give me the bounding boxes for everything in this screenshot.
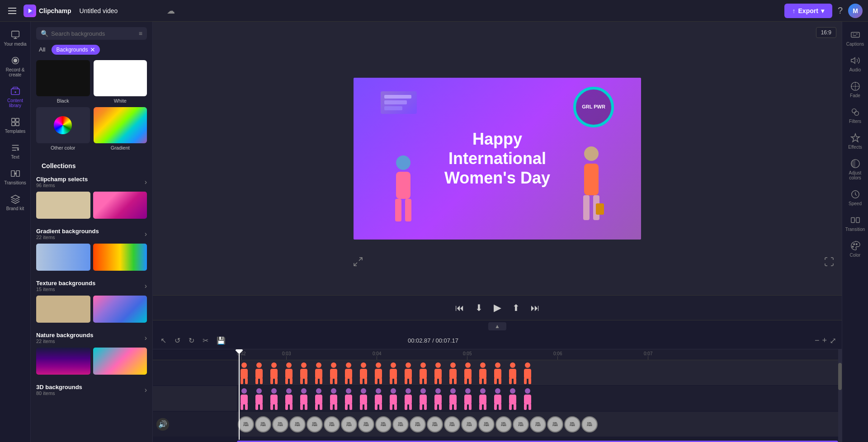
grl-badge[interactable]: GRLPWR (530, 416, 546, 433)
thumb-gradient-2[interactable] (93, 244, 147, 271)
fullscreen-icon[interactable] (824, 256, 835, 269)
aspect-ratio-button[interactable]: 16:9 (816, 27, 836, 38)
cloud-icon[interactable]: ☁ (167, 6, 175, 16)
grl-badge[interactable]: GRLPWR (427, 416, 443, 433)
scrollbar-thumb[interactable] (838, 363, 842, 390)
undo-button[interactable]: ↺ (172, 335, 183, 346)
grl-badge[interactable]: GRLPWR (272, 416, 288, 433)
grl-badge[interactable]: GRLPWR (410, 416, 426, 433)
zoom-in-button[interactable]: + (822, 336, 827, 345)
playhead[interactable] (239, 349, 240, 440)
frame-forward-button[interactable]: ⬆ (510, 301, 522, 315)
other-color-swatch[interactable] (36, 107, 90, 143)
black-swatch[interactable] (36, 60, 90, 96)
search-input[interactable] (51, 30, 136, 37)
topbar-right: ↑ Export ▾ ? M (784, 4, 863, 18)
sidebar-item-record-create[interactable]: Record & create (0, 51, 30, 82)
grl-badge[interactable]: GRLPWR (324, 416, 340, 433)
grl-badge[interactable]: GRLPWR (289, 416, 306, 433)
filter-icon[interactable]: ≡ (139, 30, 142, 37)
filter-all-button[interactable]: All (36, 44, 48, 55)
sidebar-item-templates[interactable]: Templates (0, 113, 30, 138)
right-sidebar-color[interactable]: Color (842, 237, 868, 261)
timeline-expand-button[interactable]: ▲ (488, 322, 506, 330)
frame-back-button[interactable]: ⬇ (473, 301, 485, 315)
sidebar-item-transitions[interactable]: Transitions (0, 164, 30, 190)
save-button[interactable]: 💾 (214, 335, 228, 346)
right-sidebar-captions[interactable]: Captions (842, 26, 868, 50)
grl-badge[interactable]: GRLPWR (495, 416, 512, 433)
svg-rect-66 (405, 369, 412, 379)
collection-header-gradient[interactable]: Gradient backgrounds 22 items › (36, 224, 147, 244)
thumb-gradient-1[interactable] (36, 244, 90, 271)
play-button[interactable]: ▶ (492, 300, 503, 315)
right-sidebar-transition[interactable]: Transition (842, 212, 868, 235)
gradient-swatch[interactable] (94, 107, 147, 143)
color-option-other[interactable]: Other color (36, 107, 90, 150)
grl-badge[interactable]: GRLPWR (341, 416, 357, 433)
thumb-nature-1[interactable] (36, 348, 90, 375)
grl-badge[interactable]: GRLPWR (564, 416, 580, 433)
grl-badge[interactable]: GRLPWR (513, 416, 529, 433)
timeline-scrollbar[interactable] (838, 349, 842, 442)
right-sidebar-audio[interactable]: Audio (842, 52, 868, 76)
grl-badge[interactable]: GRLPWR (392, 416, 409, 433)
right-sidebar-adjust-colors[interactable]: Adjust colors (842, 155, 868, 184)
grl-badge[interactable]: GRLPWR (444, 416, 460, 433)
orange-figures-frames[interactable] (237, 360, 535, 385)
skip-back-button[interactable]: ⏮ (453, 301, 466, 315)
help-icon[interactable]: ? (838, 5, 843, 16)
grl-badge[interactable]: GRLPWR (478, 416, 495, 433)
collection-header-texture[interactable]: Texture backgrounds 15 items › (36, 276, 147, 296)
white-swatch[interactable] (94, 60, 147, 96)
collection-count-clipchamp-selects: 96 items (36, 183, 88, 188)
grl-badge[interactable]: GRLPWR (375, 416, 392, 433)
thumb-clipchamp-1[interactable] (36, 192, 90, 219)
video-title-input[interactable] (76, 5, 162, 16)
grl-badge[interactable]: GRLPWR (358, 416, 374, 433)
thumb-texture-2[interactable] (93, 296, 147, 323)
grl-badge[interactable]: GRLPWR (547, 416, 563, 433)
avatar[interactable]: M (848, 4, 863, 18)
capture-icon[interactable] (353, 256, 363, 269)
right-sidebar-effects[interactable]: Effects (842, 129, 868, 153)
collection-header-nature[interactable]: Nature backgrounds 22 items › (36, 328, 147, 348)
grl-badge[interactable]: GRLPWR (307, 416, 323, 433)
menu-icon[interactable] (5, 5, 19, 17)
filter-tag-label: Backgrounds (56, 47, 88, 53)
color-option-gradient[interactable]: Gradient (94, 107, 147, 150)
svg-point-177 (525, 388, 530, 394)
export-button[interactable]: ↑ Export ▾ (784, 4, 832, 18)
svg-rect-35 (285, 378, 288, 384)
sidebar-item-brand-kit[interactable]: Brand kit (0, 190, 30, 216)
color-option-white[interactable]: White (94, 60, 147, 103)
svg-rect-99 (524, 378, 527, 384)
background-clip[interactable]: 🖼 Background (237, 441, 838, 442)
grl-badge[interactable]: GRLPWR (255, 416, 271, 433)
redo-button[interactable]: ↻ (186, 335, 197, 346)
collection-header-3d[interactable]: 3D backgrounds 80 items › (36, 380, 147, 400)
grl-badges-frames[interactable]: GRLPWR GRLPWR GRLPWR GRLPWR GRLPWR GRLPW… (237, 412, 599, 437)
filter-tag-close-icon[interactable]: ✕ (90, 46, 95, 53)
collection-header-clipchamp-selects[interactable]: Clipchamp selects 96 items › (36, 172, 147, 192)
sidebar-item-text[interactable]: Text (0, 138, 30, 164)
fit-to-window-button[interactable]: ⤢ (830, 336, 836, 346)
pink-figures-frames[interactable] (237, 386, 535, 411)
grl-badge[interactable]: GRLPWR (581, 416, 598, 433)
grl-badge[interactable]: GRLPWR (238, 416, 254, 433)
thumb-clipchamp-2[interactable] (93, 192, 147, 219)
cursor-tool-button[interactable]: ↖ (158, 335, 169, 346)
svg-point-189 (853, 244, 854, 245)
sidebar-item-content-library[interactable]: Content library (0, 82, 30, 113)
color-option-black[interactable]: Black (36, 60, 90, 103)
skip-forward-button[interactable]: ⏭ (529, 301, 542, 315)
right-sidebar-speed[interactable]: Speed (842, 186, 868, 210)
right-sidebar-filters[interactable]: Filters (842, 103, 868, 127)
zoom-out-button[interactable]: − (815, 336, 820, 345)
right-sidebar-fade[interactable]: Fade (842, 78, 868, 102)
grl-badge[interactable]: GRLPWR (461, 416, 477, 433)
sidebar-item-your-media[interactable]: Your media (0, 25, 30, 51)
cut-button[interactable]: ✂ (200, 335, 211, 346)
thumb-nature-2[interactable] (93, 348, 147, 375)
thumb-texture-1[interactable] (36, 296, 90, 323)
